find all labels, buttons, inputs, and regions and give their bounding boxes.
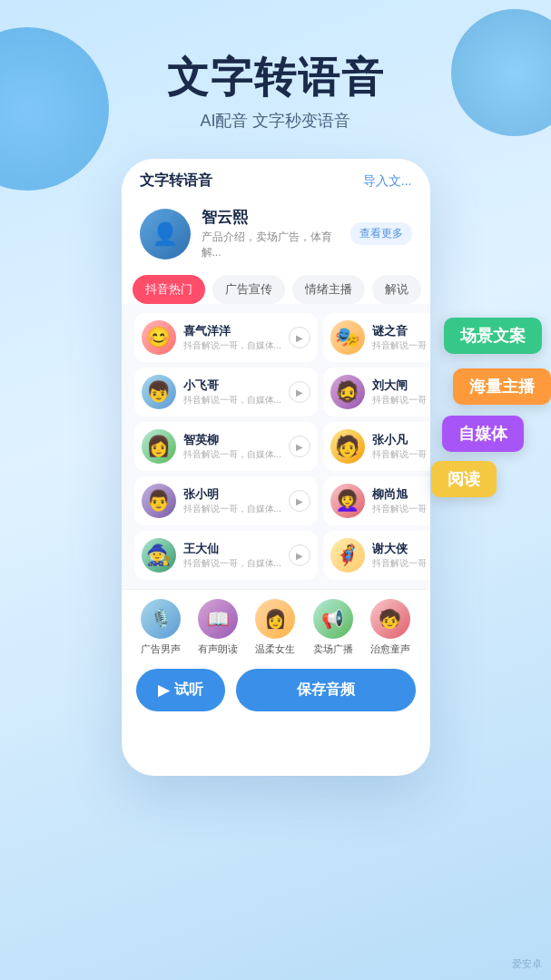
voice-name-4: 刘大闸 <box>372 377 430 394</box>
play-button-7[interactable]: ▶ <box>289 490 310 512</box>
voice-avatar-4: 🧔 <box>330 375 365 409</box>
watermark: 爱安卓 <box>512 957 542 971</box>
bottom-avatar-zhiyu[interactable]: 🧒 治愈童声 <box>370 599 410 656</box>
phone-topbar-action[interactable]: 导入文... <box>363 173 412 190</box>
voice-name-7: 张小明 <box>183 486 281 503</box>
phone-mockup: 文字转语音 导入文... 👤 智云熙 产品介绍，卖场广告，体育解... 查看更多… <box>122 159 430 776</box>
play-button-5[interactable]: ▶ <box>289 436 310 457</box>
bottom-avatar-label-1: 广告男声 <box>141 642 181 656</box>
action-bar: ▶ 试听 保存音频 <box>122 662 430 724</box>
voice-info-10: 谢大侠 抖音解说一哥，自媒体... <box>372 541 430 570</box>
voice-list: 😊 喜气洋洋 抖音解说一哥，自媒体... ▶ 🎭 谜之音 抖音解说一哥，自媒体.… <box>122 304 430 589</box>
voice-tags-3: 抖音解说一哥，自媒体... <box>183 394 281 407</box>
voice-avatar-2: 🎭 <box>330 320 365 355</box>
bottom-avatar-circle-2: 📖 <box>198 599 238 639</box>
speaker-info: 智云熙 产品介绍，卖场广告，体育解... <box>202 207 350 260</box>
tabs-container: 抖音热门 广告宣传 情绪主播 解说 <box>122 271 430 304</box>
voice-avatar-1: 😊 <box>142 320 176 355</box>
voice-tags-9: 抖音解说一哥，自媒体... <box>183 557 281 570</box>
voice-tags-1: 抖音解说一哥，自媒体... <box>183 339 281 352</box>
voice-item-xiaofeige[interactable]: 👦 小飞哥 抖音解说一哥，自媒体... ▶ <box>134 368 318 416</box>
voice-item-wangdaxian[interactable]: 🧙 王大仙 抖音解说一哥，自媒体... ▶ <box>134 531 318 580</box>
voice-name-1: 喜气洋洋 <box>183 323 281 339</box>
bottom-avatar-label-4: 卖场广播 <box>313 642 353 656</box>
voice-info-7: 张小明 抖音解说一哥，自媒体... <box>183 486 281 515</box>
voice-tags-10: 抖音解说一哥，自媒体... <box>372 557 430 570</box>
bottom-avatar-langdu[interactable]: 📖 有声朗读 <box>198 599 238 656</box>
voice-item-liushangxu[interactable]: 👩‍🦱 柳尚旭 抖音解说一哥，自媒体... ▶ <box>323 476 430 525</box>
voice-name-5: 智英柳 <box>183 432 281 448</box>
voice-name-10: 谢大侠 <box>372 541 430 557</box>
voice-tags-2: 抖音解说一哥，自媒体... <box>372 339 430 352</box>
voice-avatar-5: 👩 <box>142 429 176 464</box>
tag-reading: 阅读 <box>431 461 497 497</box>
voice-tags-4: 抖音解说一哥，自媒体... <box>372 394 430 407</box>
bottom-avatar-circle-5: 🧒 <box>370 599 410 639</box>
tab-explain[interactable]: 解说 <box>372 275 421 304</box>
voice-avatar-3: 👦 <box>142 375 176 409</box>
voice-info-2: 谜之音 抖音解说一哥，自媒体... <box>372 323 430 352</box>
voice-item-mizhiyin[interactable]: 🎭 谜之音 抖音解说一哥，自媒体... ▶ <box>323 313 430 362</box>
voice-tags-5: 抖音解说一哥，自媒体... <box>183 448 281 461</box>
voice-info-5: 智英柳 抖音解说一哥，自媒体... <box>183 432 281 461</box>
bottom-avatar-maichang[interactable]: 📢 卖场广播 <box>313 599 353 656</box>
bottom-avatar-guanggao[interactable]: 🎙️ 广告男声 <box>141 599 181 656</box>
speaker-desc: 产品介绍，卖场广告，体育解... <box>202 230 350 260</box>
voice-info-1: 喜气洋洋 抖音解说一哥，自媒体... <box>183 323 281 352</box>
play-button-9[interactable]: ▶ <box>289 544 310 566</box>
voice-name-9: 王大仙 <box>183 541 281 557</box>
view-more-button[interactable]: 查看更多 <box>350 222 412 245</box>
bottom-avatar-circle-1: 🎙️ <box>141 599 181 639</box>
play-button-3[interactable]: ▶ <box>289 381 310 403</box>
phone-topbar: 文字转语音 导入文... <box>122 159 430 200</box>
bottom-avatars-row: 🎙️ 广告男声 📖 有声朗读 👩 温柔女生 📢 卖场广播 🧒 治愈童声 <box>122 589 430 662</box>
audition-label: 试听 <box>174 681 203 700</box>
voice-avatar-10: 🦸 <box>330 538 365 573</box>
voice-name-2: 谜之音 <box>372 323 430 339</box>
tab-ad[interactable]: 广告宣传 <box>212 275 285 304</box>
speaker-avatar: 👤 <box>140 209 191 260</box>
voice-item-xiqiyangyang[interactable]: 😊 喜气洋洋 抖音解说一哥，自媒体... ▶ <box>134 313 318 362</box>
bottom-avatar-wenrou[interactable]: 👩 温柔女生 <box>255 599 295 656</box>
voice-name-8: 柳尚旭 <box>372 486 430 503</box>
voice-item-zhiyingliu[interactable]: 👩 智英柳 抖音解说一哥，自媒体... ▶ <box>134 422 318 471</box>
voice-avatar-7: 👨 <box>142 484 176 518</box>
voice-name-6: 张小凡 <box>372 432 430 448</box>
voice-tags-8: 抖音解说一哥，自媒体... <box>372 503 430 515</box>
phone-topbar-title: 文字转语音 <box>140 172 212 191</box>
save-button[interactable]: 保存音频 <box>236 669 415 711</box>
voice-info-4: 刘大闸 抖音解说一哥，自媒体... <box>372 377 430 407</box>
voice-info-8: 柳尚旭 抖音解说一哥，自媒体... <box>372 486 430 515</box>
speaker-card: 👤 智云熙 产品介绍，卖场广告，体育解... 查看更多 <box>122 200 430 271</box>
speaker-avatar-icon: 👤 <box>152 221 179 247</box>
sub-title: AI配音 文字秒变语音 <box>0 110 551 132</box>
play-button-1[interactable]: ▶ <box>289 327 310 348</box>
voice-item-xiedaxia[interactable]: 🦸 谢大侠 抖音解说一哥，自媒体... ▶ <box>323 531 430 580</box>
voice-avatar-6: 🧑 <box>330 429 365 464</box>
speaker-name: 智云熙 <box>202 207 350 228</box>
bottom-avatar-circle-3: 👩 <box>255 599 295 639</box>
tab-douyin[interactable]: 抖音热门 <box>133 275 205 304</box>
main-title: 文字转语音 <box>0 54 551 101</box>
play-icon: ▶ <box>158 681 169 699</box>
voice-item-liudazha[interactable]: 🧔 刘大闸 抖音解说一哥，自媒体... ▶ <box>323 368 430 416</box>
voice-avatar-8: 👩‍🦱 <box>330 484 365 518</box>
audition-button[interactable]: ▶ 试听 <box>136 669 226 711</box>
voice-item-zhangxiaoming[interactable]: 👨 张小明 抖音解说一哥，自媒体... ▶ <box>134 476 318 525</box>
bottom-avatar-label-3: 温柔女生 <box>255 642 295 656</box>
tag-media: 自媒体 <box>442 416 524 452</box>
voice-tags-7: 抖音解说一哥，自媒体... <box>183 503 281 515</box>
voice-info-9: 王大仙 抖音解说一哥，自媒体... <box>183 541 281 570</box>
voice-tags-6: 抖音解说一哥，自媒体... <box>372 448 430 461</box>
voice-name-3: 小飞哥 <box>183 377 281 394</box>
tag-host: 海量主播 <box>453 368 551 405</box>
bottom-avatar-label-2: 有声朗读 <box>198 642 238 656</box>
voice-info-3: 小飞哥 抖音解说一哥，自媒体... <box>183 377 281 407</box>
voice-item-zhangxiaofan[interactable]: 🧑 张小凡 抖音解说一哥，自媒体... ▶ <box>323 422 430 471</box>
header-section: 文字转语音 AI配音 文字秒变语音 <box>0 0 551 132</box>
voice-avatar-9: 🧙 <box>142 538 176 573</box>
bottom-avatar-circle-4: 📢 <box>313 599 353 639</box>
bottom-avatar-label-5: 治愈童声 <box>370 642 410 656</box>
tab-emotion[interactable]: 情绪主播 <box>292 275 365 304</box>
tag-scene: 场景文案 <box>444 318 542 354</box>
